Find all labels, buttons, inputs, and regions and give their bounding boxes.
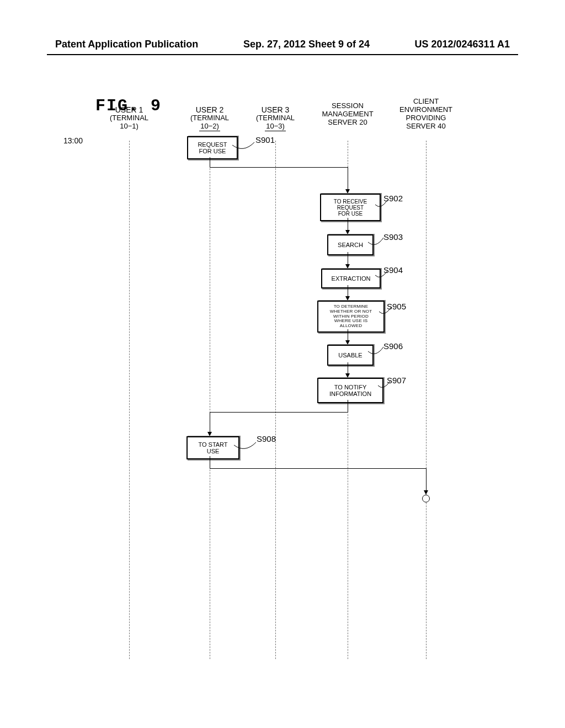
step-s903-label: S903 [383,232,403,242]
step-s907-box: TO NOTIFY INFORMATION [317,378,383,403]
header-rule [47,54,518,55]
conn-s907-to-s908 [210,412,210,433]
lane-header-session: SESSION MANAGEMENT SERVER 20 [317,102,378,127]
conn-s906-s907 [348,362,348,374]
step-s908-label: S908 [257,434,276,443]
s902-leader [375,199,388,211]
conn-s907-down [348,400,348,412]
page: Patent Application Publication Sep. 27, … [0,0,565,728]
conn-s904-s905 [348,285,348,297]
s904-leader [375,271,388,283]
conn-s901-right [210,167,348,168]
lane-header-user1: USER 1 (TERMINAL 10−1) [107,105,151,131]
step-s904-box: EXTRACTION [321,269,381,288]
lifeline-client [426,141,427,659]
lane-header-user2: USER 2 (TERMINAL 10−2) [185,105,234,131]
lane-header-client: CLIENT ENVIRONMENT PROVIDING SERVER 40 [396,98,456,131]
conn-s901-down [210,157,210,167]
header-right: US 2012/0246311 A1 [415,39,510,50]
conn-s908-right [210,468,426,469]
arrowhead-s906-icon [345,340,350,345]
step-s906-label: S906 [383,341,403,351]
s907-leader [378,381,391,393]
lifeline-user3 [275,141,276,659]
lifeline-user2 [210,141,210,659]
step-s901-box: REQUEST FOR USE [187,136,238,159]
step-s908-box: TO START USE [186,436,239,459]
s903-leader [368,238,385,250]
step-s902-box: TO RECEIVE REQUEST FOR USE [320,194,381,221]
page-header: Patent Application Publication Sep. 27, … [55,39,510,50]
conn-s908-to-client [426,468,427,491]
conn-s902-s903 [348,218,348,231]
s901-leader [232,140,257,152]
step-s906-box: USABLE [327,345,374,366]
step-s901-label: S901 [255,135,275,144]
step-s905-box: TO DETERMINE WHETHER OR NOT WITHIN PERIO… [317,301,385,333]
conn-s907-left [210,412,348,413]
s905-leader [379,307,392,319]
step-s903-box: SEARCH [327,234,374,255]
continuation-circle-icon [422,495,430,502]
arrowhead-s902-icon [345,189,350,194]
conn-s908-down [210,456,210,468]
s906-leader [368,347,385,359]
arrowhead-s905-icon [345,296,350,301]
arrowhead-s908-icon [207,432,212,436]
arrowhead-s903-icon [345,230,350,234]
s908-leader [234,440,258,452]
conn-s903-s904 [348,252,348,265]
header-center: Sep. 27, 2012 Sheet 9 of 24 [243,39,370,50]
conn-s901-to-s902 [348,167,348,190]
lifeline-user1 [129,141,130,659]
figure-9-diagram: FIG. 9 USER 1 (TERMINAL 10−1) USER 2 (TE… [63,97,510,665]
conn-s905-s906 [348,329,348,341]
arrowhead-client-end-icon [424,490,428,495]
lane-header-user3: USER 3 (TERMINAL 10−3) [250,105,300,131]
arrowhead-s904-icon [345,264,350,269]
arrowhead-s907-icon [345,373,350,378]
time-label: 13:00 [63,136,83,145]
header-left: Patent Application Publication [55,39,198,50]
